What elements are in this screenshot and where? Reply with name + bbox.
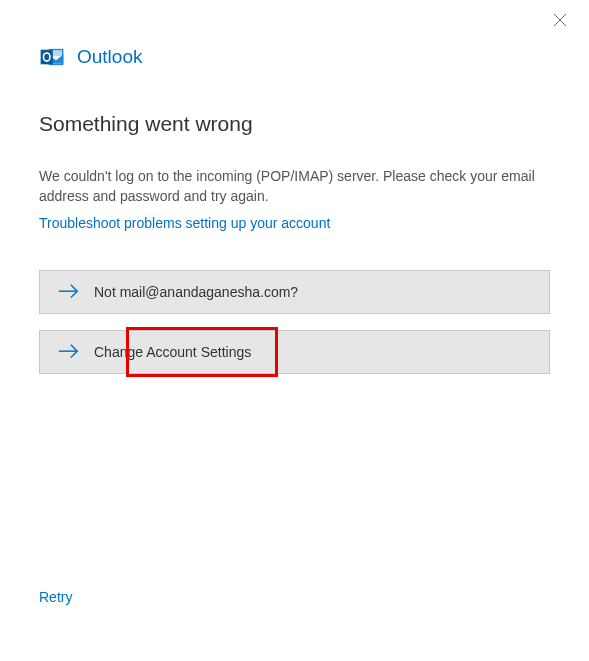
header: Outlook [0,0,589,70]
troubleshoot-link[interactable]: Troubleshoot problems setting up your ac… [39,215,330,231]
arrow-right-icon [58,342,80,362]
not-email-button[interactable]: Not mail@anandaganesha.com? [39,270,550,314]
page-heading: Something went wrong [39,112,550,136]
not-email-label: Not mail@anandaganesha.com? [94,284,298,300]
close-icon [554,12,566,30]
app-title: Outlook [77,46,142,68]
arrow-right-icon [58,282,80,302]
svg-rect-5 [41,50,53,65]
error-message: We couldn't log on to the incoming (POP/… [39,166,550,207]
change-account-settings-button[interactable]: Change Account Settings [39,330,550,374]
close-button[interactable] [549,10,571,32]
outlook-icon [39,44,65,70]
change-account-settings-label: Change Account Settings [94,344,251,360]
retry-link[interactable]: Retry [39,589,72,605]
